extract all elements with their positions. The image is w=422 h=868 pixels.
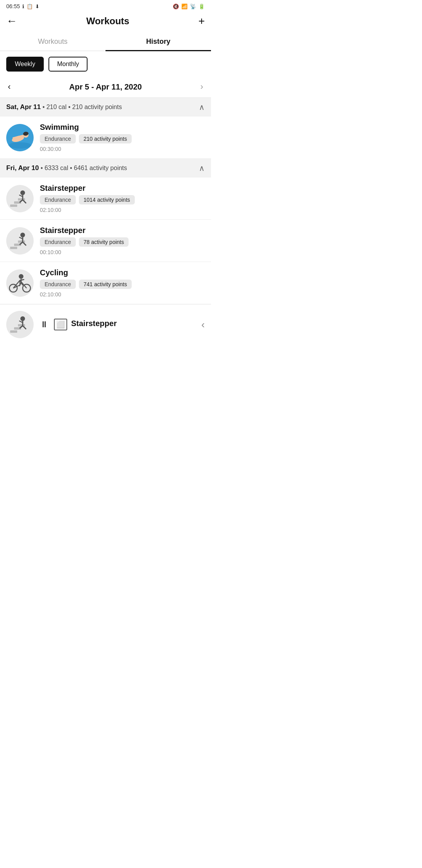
prev-date-button[interactable]: ‹ <box>8 82 11 92</box>
stairstepper2-name: Stairstepper <box>40 226 205 235</box>
stairstepper1-tags: Endurance 1014 activity points <box>40 195 205 204</box>
stairstepper2-category-tag: Endurance <box>40 237 76 247</box>
tabs-container: Workouts History <box>0 31 211 51</box>
cycling-points-tag: 741 activity points <box>79 280 132 289</box>
swimming-points-tag: 210 activity points <box>79 134 132 143</box>
clipboard-icon: 📋 <box>27 4 33 9</box>
tab-history[interactable]: History <box>106 31 211 50</box>
stairstepper1-avatar <box>6 185 34 212</box>
next-date-button[interactable]: › <box>200 82 203 92</box>
partial-stairstepper-avatar <box>6 311 34 338</box>
weekly-filter-button[interactable]: Weekly <box>6 57 44 72</box>
collapse-sat-button[interactable]: ∧ <box>199 102 205 112</box>
day-name-sat: Sat, Apr 11 <box>6 103 41 111</box>
monthly-filter-button[interactable]: Monthly <box>48 57 88 72</box>
swimming-category-tag: Endurance <box>40 134 76 143</box>
day-pts-sat-val: 210 activity points <box>72 104 122 110</box>
svg-point-19 <box>20 233 25 237</box>
day-section-sat-apr-11: Sat, Apr 11 • 210 cal • 210 activity poi… <box>0 98 211 117</box>
stairstepper2-duration: 00:10:00 <box>40 249 205 255</box>
partial-workout-name: Stairstepper <box>71 319 201 328</box>
stairstepper1-category-tag: Endurance <box>40 195 76 204</box>
svg-point-1 <box>8 142 32 149</box>
stairstepper1-points-tag: 1014 activity points <box>79 195 135 204</box>
media-controls: ⏸ ⬜ <box>40 319 67 330</box>
cycling-avatar <box>6 269 34 297</box>
swimming-name: Swimming <box>40 123 205 132</box>
status-bar: 06:55 ℹ 📋 ⬇ 🔇 📶 📡 🔋 <box>0 0 211 11</box>
cycling-category-tag: Endurance <box>40 280 76 289</box>
workout-item-swimming[interactable]: Swimming Endurance 210 activity points 0… <box>0 117 211 159</box>
cycling-duration: 02:10:00 <box>40 291 205 298</box>
stairstepper2-info: Stairstepper Endurance 78 activity point… <box>40 226 205 255</box>
status-time: 06:55 <box>6 3 20 9</box>
back-button[interactable]: ← <box>6 15 17 27</box>
stairstepper2-points-tag: 78 activity points <box>79 237 129 247</box>
tab-workouts[interactable]: Workouts <box>0 31 106 50</box>
day-pts-sat: • <box>68 104 72 110</box>
battery-icon: 🔋 <box>198 4 205 9</box>
wifi-icon: 📶 <box>181 4 188 9</box>
workout-item-stairstepper-1[interactable]: Stairstepper Endurance 1014 activity poi… <box>0 178 211 220</box>
status-left: 06:55 ℹ 📋 ⬇ <box>6 3 39 9</box>
swimming-info: Swimming Endurance 210 activity points 0… <box>40 123 205 152</box>
day-cal-fri-val: 6333 cal <box>45 165 68 171</box>
swimming-avatar <box>6 124 34 151</box>
date-nav: ‹ Apr 5 - Apr 11, 2020 › <box>0 77 211 98</box>
partial-stairstepper-icon <box>6 311 34 338</box>
date-range-label: Apr 5 - Apr 11, 2020 <box>69 82 142 91</box>
cycling-name: Cycling <box>40 268 205 277</box>
day-name-fri: Fri, Apr 10 <box>6 164 39 172</box>
cycling-info: Cycling Endurance 741 activity points 02… <box>40 268 205 298</box>
stairstepper1-info: Stairstepper Endurance 1014 activity poi… <box>40 184 205 213</box>
svg-rect-38 <box>10 330 17 333</box>
info-icon: ℹ <box>22 4 24 9</box>
svg-point-32 <box>19 274 23 279</box>
day-cal-sat: • <box>43 104 46 110</box>
day-pts-fri-val: 6461 activity points <box>74 165 127 171</box>
svg-point-10 <box>20 190 25 195</box>
mute-icon: 🔇 <box>173 4 179 9</box>
top-bar: ← Workouts + <box>0 11 211 31</box>
stairstepper1-duration: 02:10:00 <box>40 207 205 213</box>
svg-rect-16 <box>10 247 17 249</box>
page-title: Workouts <box>86 16 129 27</box>
swimming-icon <box>6 124 34 151</box>
filter-row: Weekly Monthly <box>0 51 211 77</box>
svg-rect-7 <box>10 204 17 207</box>
stairstepper2-tags: Endurance 78 activity points <box>40 237 205 247</box>
day-section-fri-apr-10: Fri, Apr 10 • 6333 cal • 6461 activity p… <box>0 159 211 178</box>
partial-workout-row: ⏸ ⬜ Stairstepper ‹ <box>0 304 211 344</box>
partial-back-button[interactable]: ‹ <box>201 319 205 331</box>
swimming-duration: 00:30:00 <box>40 146 205 152</box>
signal-icon: 📡 <box>190 4 196 9</box>
download-icon: ⬇ <box>35 4 39 9</box>
stairstepper-icon-2 <box>6 227 34 255</box>
cycling-icon <box>6 269 34 297</box>
workout-item-cycling[interactable]: Cycling Endurance 741 activity points 02… <box>0 262 211 304</box>
collapse-fri-button[interactable]: ∧ <box>199 163 205 173</box>
pause-icon[interactable]: ⏸ <box>40 319 48 330</box>
workout-item-stairstepper-2[interactable]: Stairstepper Endurance 78 activity point… <box>0 220 211 262</box>
cycling-tags: Endurance 741 activity points <box>40 280 205 289</box>
stairstepper1-name: Stairstepper <box>40 184 205 193</box>
add-button[interactable]: + <box>198 15 205 27</box>
svg-point-41 <box>20 316 25 321</box>
stairstepper-icon-1 <box>6 185 34 212</box>
status-right: 🔇 📶 📡 🔋 <box>173 4 205 9</box>
stairstepper2-avatar <box>6 227 34 255</box>
stop-icon[interactable]: ⬜ <box>54 319 67 330</box>
day-cal-sat-val: 210 cal <box>46 104 67 110</box>
swimming-tags: Endurance 210 activity points <box>40 134 205 143</box>
